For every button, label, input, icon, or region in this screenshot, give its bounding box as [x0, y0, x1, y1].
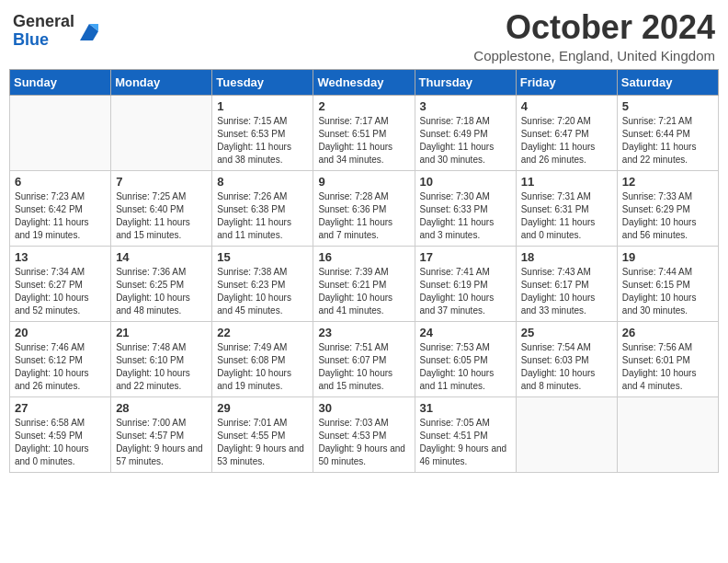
calendar-cell-w2-d6: 11Sunrise: 7:31 AM Sunset: 6:31 PM Dayli…	[516, 170, 617, 246]
calendar-cell-w4-d4: 23Sunrise: 7:51 AM Sunset: 6:07 PM Dayli…	[313, 321, 415, 396]
calendar-cell-w5-d2: 28Sunrise: 7:00 AM Sunset: 4:57 PM Dayli…	[111, 396, 212, 472]
calendar-week-1: 1Sunrise: 7:15 AM Sunset: 6:53 PM Daylig…	[10, 95, 719, 170]
calendar-cell-w1-d2	[111, 95, 212, 170]
day-number: 10	[420, 175, 511, 189]
day-number: 17	[420, 250, 511, 264]
day-number: 3	[420, 99, 511, 113]
title-block: October 2024 Copplestone, England, Unite…	[473, 9, 715, 63]
weekday-header-row: SundayMondayTuesdayWednesdayThursdayFrid…	[10, 69, 719, 95]
day-number: 8	[217, 175, 308, 189]
day-number: 4	[521, 99, 612, 113]
header-friday: Friday	[516, 69, 617, 95]
calendar-table: SundayMondayTuesdayWednesdayThursdayFrid…	[9, 69, 719, 473]
day-number: 21	[116, 326, 207, 339]
calendar-cell-w1-d6: 4Sunrise: 7:20 AM Sunset: 6:47 PM Daylig…	[516, 95, 617, 170]
day-number: 24	[420, 326, 511, 339]
day-detail: Sunrise: 7:05 AM Sunset: 4:51 PM Dayligh…	[420, 417, 511, 468]
day-number: 30	[318, 401, 409, 415]
day-detail: Sunrise: 7:33 AM Sunset: 6:29 PM Dayligh…	[622, 190, 713, 242]
day-detail: Sunrise: 7:25 AM Sunset: 6:40 PM Dayligh…	[116, 190, 207, 242]
day-detail: Sunrise: 7:48 AM Sunset: 6:10 PM Dayligh…	[116, 341, 207, 393]
day-detail: Sunrise: 7:53 AM Sunset: 6:05 PM Dayligh…	[420, 341, 511, 393]
day-number: 2	[318, 99, 409, 113]
calendar-cell-w2-d1: 6Sunrise: 7:23 AM Sunset: 6:42 PM Daylig…	[10, 170, 111, 246]
calendar-cell-w5-d3: 29Sunrise: 7:01 AM Sunset: 4:55 PM Dayli…	[212, 396, 313, 472]
day-detail: Sunrise: 7:30 AM Sunset: 6:33 PM Dayligh…	[420, 190, 511, 242]
calendar-cell-w2-d2: 7Sunrise: 7:25 AM Sunset: 6:40 PM Daylig…	[111, 170, 212, 246]
calendar-cell-w1-d5: 3Sunrise: 7:18 AM Sunset: 6:49 PM Daylig…	[415, 95, 516, 170]
day-number: 19	[622, 250, 713, 264]
day-number: 25	[521, 326, 612, 339]
day-detail: Sunrise: 7:44 AM Sunset: 6:15 PM Dayligh…	[622, 266, 713, 317]
calendar-cell-w3-d1: 13Sunrise: 7:34 AM Sunset: 6:27 PM Dayli…	[10, 246, 111, 321]
calendar-cell-w3-d6: 18Sunrise: 7:43 AM Sunset: 6:17 PM Dayli…	[516, 246, 617, 321]
calendar-cell-w2-d7: 12Sunrise: 7:33 AM Sunset: 6:29 PM Dayli…	[617, 170, 718, 246]
day-number: 23	[318, 326, 409, 339]
calendar-cell-w3-d4: 16Sunrise: 7:39 AM Sunset: 6:21 PM Dayli…	[313, 246, 415, 321]
calendar-cell-w2-d4: 9Sunrise: 7:28 AM Sunset: 6:36 PM Daylig…	[313, 170, 415, 246]
calendar-week-2: 6Sunrise: 7:23 AM Sunset: 6:42 PM Daylig…	[10, 170, 719, 246]
day-detail: Sunrise: 7:21 AM Sunset: 6:44 PM Dayligh…	[622, 115, 713, 167]
calendar-cell-w1-d3: 1Sunrise: 7:15 AM Sunset: 6:53 PM Daylig…	[212, 95, 313, 170]
day-number: 6	[15, 175, 106, 189]
day-number: 9	[318, 175, 409, 189]
logo-general-text: General	[13, 12, 74, 30]
day-number: 13	[15, 250, 106, 264]
day-number: 11	[521, 175, 612, 189]
header-thursday: Thursday	[415, 69, 516, 95]
logo: General Blue	[13, 13, 102, 50]
day-number: 12	[622, 175, 713, 189]
calendar-cell-w4-d6: 25Sunrise: 7:54 AM Sunset: 6:03 PM Dayli…	[516, 321, 617, 396]
day-detail: Sunrise: 7:20 AM Sunset: 6:47 PM Dayligh…	[521, 115, 612, 167]
month-title: October 2024	[473, 9, 715, 46]
calendar-cell-w3-d7: 19Sunrise: 7:44 AM Sunset: 6:15 PM Dayli…	[617, 246, 718, 321]
day-detail: Sunrise: 7:34 AM Sunset: 6:27 PM Dayligh…	[15, 266, 106, 317]
day-detail: Sunrise: 7:36 AM Sunset: 6:25 PM Dayligh…	[116, 266, 207, 317]
day-detail: Sunrise: 7:28 AM Sunset: 6:36 PM Dayligh…	[318, 190, 409, 242]
calendar-cell-w5-d7	[617, 396, 718, 472]
calendar-cell-w5-d1: 27Sunrise: 6:58 AM Sunset: 4:59 PM Dayli…	[10, 396, 111, 472]
day-detail: Sunrise: 7:23 AM Sunset: 6:42 PM Dayligh…	[15, 190, 106, 242]
day-detail: Sunrise: 7:03 AM Sunset: 4:53 PM Dayligh…	[318, 417, 409, 468]
day-detail: Sunrise: 7:31 AM Sunset: 6:31 PM Dayligh…	[521, 190, 612, 242]
day-detail: Sunrise: 7:41 AM Sunset: 6:19 PM Dayligh…	[420, 266, 511, 317]
day-detail: Sunrise: 7:01 AM Sunset: 4:55 PM Dayligh…	[217, 417, 308, 468]
day-number: 18	[521, 250, 612, 264]
header-saturday: Saturday	[617, 69, 718, 95]
calendar-cell-w4-d5: 24Sunrise: 7:53 AM Sunset: 6:05 PM Dayli…	[415, 321, 516, 396]
day-detail: Sunrise: 7:56 AM Sunset: 6:01 PM Dayligh…	[622, 341, 713, 393]
day-number: 5	[622, 99, 713, 113]
day-detail: Sunrise: 7:51 AM Sunset: 6:07 PM Dayligh…	[318, 341, 409, 393]
calendar-week-3: 13Sunrise: 7:34 AM Sunset: 6:27 PM Dayli…	[10, 246, 719, 321]
calendar-cell-w4-d7: 26Sunrise: 7:56 AM Sunset: 6:01 PM Dayli…	[617, 321, 718, 396]
calendar-cell-w4-d2: 21Sunrise: 7:48 AM Sunset: 6:10 PM Dayli…	[111, 321, 212, 396]
calendar-week-4: 20Sunrise: 7:46 AM Sunset: 6:12 PM Dayli…	[10, 321, 719, 396]
day-number: 20	[15, 326, 106, 339]
calendar-cell-w4-d3: 22Sunrise: 7:49 AM Sunset: 6:08 PM Dayli…	[212, 321, 313, 396]
calendar-cell-w2-d5: 10Sunrise: 7:30 AM Sunset: 6:33 PM Dayli…	[415, 170, 516, 246]
day-number: 26	[622, 326, 713, 339]
day-number: 14	[116, 250, 207, 264]
day-detail: Sunrise: 7:00 AM Sunset: 4:57 PM Dayligh…	[116, 417, 207, 468]
day-number: 22	[217, 326, 308, 339]
day-number: 29	[217, 401, 308, 415]
day-detail: Sunrise: 7:26 AM Sunset: 6:38 PM Dayligh…	[217, 190, 308, 242]
logo-icon	[76, 18, 102, 44]
day-detail: Sunrise: 7:39 AM Sunset: 6:21 PM Dayligh…	[318, 266, 409, 317]
calendar-cell-w3-d3: 15Sunrise: 7:38 AM Sunset: 6:23 PM Dayli…	[212, 246, 313, 321]
calendar-cell-w4-d1: 20Sunrise: 7:46 AM Sunset: 6:12 PM Dayli…	[10, 321, 111, 396]
day-detail: Sunrise: 6:58 AM Sunset: 4:59 PM Dayligh…	[15, 417, 106, 468]
day-detail: Sunrise: 7:43 AM Sunset: 6:17 PM Dayligh…	[521, 266, 612, 317]
header-wednesday: Wednesday	[313, 69, 415, 95]
logo-blue-text: Blue	[13, 30, 49, 49]
page-header: General Blue October 2024 Copplestone, E…	[9, 9, 719, 63]
day-number: 28	[116, 401, 207, 415]
day-number: 7	[116, 175, 207, 189]
day-number: 31	[420, 401, 511, 415]
header-tuesday: Tuesday	[212, 69, 313, 95]
calendar-cell-w5-d4: 30Sunrise: 7:03 AM Sunset: 4:53 PM Dayli…	[313, 396, 415, 472]
day-detail: Sunrise: 7:38 AM Sunset: 6:23 PM Dayligh…	[217, 266, 308, 317]
day-detail: Sunrise: 7:17 AM Sunset: 6:51 PM Dayligh…	[318, 115, 409, 167]
calendar-cell-w5-d5: 31Sunrise: 7:05 AM Sunset: 4:51 PM Dayli…	[415, 396, 516, 472]
calendar-cell-w1-d1	[10, 95, 111, 170]
